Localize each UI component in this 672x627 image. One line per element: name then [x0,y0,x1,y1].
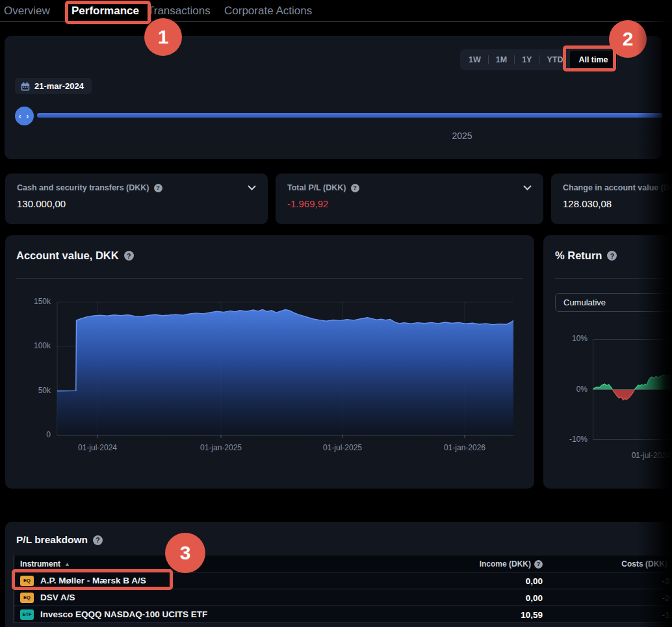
card-label: Total P/L (DKK) [287,183,346,192]
annotation-box-performance-tab [65,1,151,24]
y-tick-label: 0 [16,430,51,439]
tab-corporate-actions[interactable]: Corporate Actions [224,5,312,18]
help-icon[interactable]: ? [154,184,162,192]
card-value: 128.030,08 [563,198,669,209]
x-tick-label: 01-jul-2025 [313,443,372,452]
equity-type-badge: EQ [20,593,34,603]
costs-cell: -16,24 [662,606,672,623]
card-value: -1.969,92 [287,198,532,209]
x-tick-label: 01-jan-2025 [191,443,251,452]
pl-breakdown-title: P/L breakdown [16,534,88,546]
income-header-label: Income (DKK) [480,559,531,569]
divider [16,278,523,279]
card-change-account-value: Change in account value (DKK) 128.030,08 [551,173,672,224]
annotation-step-3-badge: 3 [165,533,205,573]
x-tick-label: 01-jul-2024 [621,451,672,460]
tab-overview[interactable]: Overview [4,5,50,18]
help-icon[interactable]: ? [534,560,543,569]
start-date-label: 21-mar-2024 [34,81,84,91]
card-total-pl: Total P/L (DKK) ? -1.969,92 [276,173,543,224]
instrument-header-label: Instrument [20,559,60,569]
table-row-invesco-eqqq[interactable]: ETF Invesco EQQQ NASDAQ-100 UCITS ETF 10… [14,606,672,623]
instrument-name: DSV A/S [40,593,75,602]
x-tick-label: 01-jul-2024 [68,443,127,452]
y-tick-label: 50k [16,386,51,395]
tab-transactions[interactable]: Transactions [148,5,211,18]
help-icon[interactable]: ? [607,251,617,261]
timeline-year-label: 2025 [436,131,488,141]
range-1m-button[interactable]: 1M [489,51,514,69]
card-cash-transfers: Cash and security transfers (DKK) ? 130.… [5,173,268,224]
card-label: Change in account value (DKK) [563,183,672,192]
divider [554,278,666,279]
costs-cell: -37,23 [662,572,672,589]
table-row-dsv[interactable]: EQ DSV A/S 0,00 -20,75 [14,589,672,606]
x-tick-label: 01-jan-2026 [435,443,495,452]
return-mode-dropdown[interactable]: Cumulative [555,293,672,312]
y-tick-label: 150k [16,297,51,306]
range-1y-button[interactable]: 1Y [515,51,539,69]
timeline-slider-track[interactable] [37,113,662,118]
income-cell: 0,00 [526,572,543,589]
timeline-slider-handle[interactable]: ‹ › [15,107,34,125]
sort-ascending-icon: ▲ [64,561,70,567]
costs-cell: -20,75 [662,589,672,606]
column-header-income[interactable]: Income (DKK) ? [480,556,543,572]
account-value-area-chart [57,302,513,435]
return-mode-value: Cumulative [563,298,606,307]
help-icon[interactable]: ? [124,251,134,261]
card-label: Cash and security transfers (DKK) [17,183,149,192]
account-chart-title: Account value, DKK [16,250,119,262]
account-value-panel: Account value, DKK ? 150k100k50k0 01-jul… [5,235,534,489]
costs-header-label: Costs (DKK) [621,559,667,569]
performance-screen: Overview Performance Transactions Corpor… [0,0,672,627]
column-header-costs[interactable]: Costs (DKK) ? [621,556,672,572]
percent-return-panel: % Return ? Cumulative 10%0%-10% 01-jul-2… [543,235,672,489]
card-value: 130.000,00 [17,198,256,209]
income-cell: 10,59 [521,606,543,623]
y-tick-label: 0% [552,385,588,394]
annotation-box-all-time [563,45,616,71]
help-icon[interactable]: ? [93,535,103,545]
range-1w-button[interactable]: 1W [461,51,488,69]
chevron-down-icon[interactable] [248,185,256,190]
etf-type-badge: ETF [20,609,34,620]
annotation-step-1-badge: 1 [144,18,182,56]
y-tick-label: 100k [16,341,51,350]
y-tick-label: 10% [552,334,588,343]
percent-return-area-chart [593,339,672,440]
y-tick-label: -10% [552,435,588,444]
calendar-icon [21,82,30,91]
help-icon[interactable]: ? [351,184,359,192]
chevron-down-icon[interactable] [523,185,532,190]
income-cell: 0,00 [526,589,543,606]
column-header-instrument[interactable]: Instrument ▲ [20,559,70,569]
start-date-badge[interactable]: 21-mar-2024 [15,78,92,94]
instrument-name: Invesco EQQQ NASDAQ-100 UCITS ETF [40,609,207,619]
return-chart-title: % Return [555,250,602,262]
annotation-box-maersk-row [12,569,173,590]
annotation-step-2-badge: 2 [609,20,647,58]
